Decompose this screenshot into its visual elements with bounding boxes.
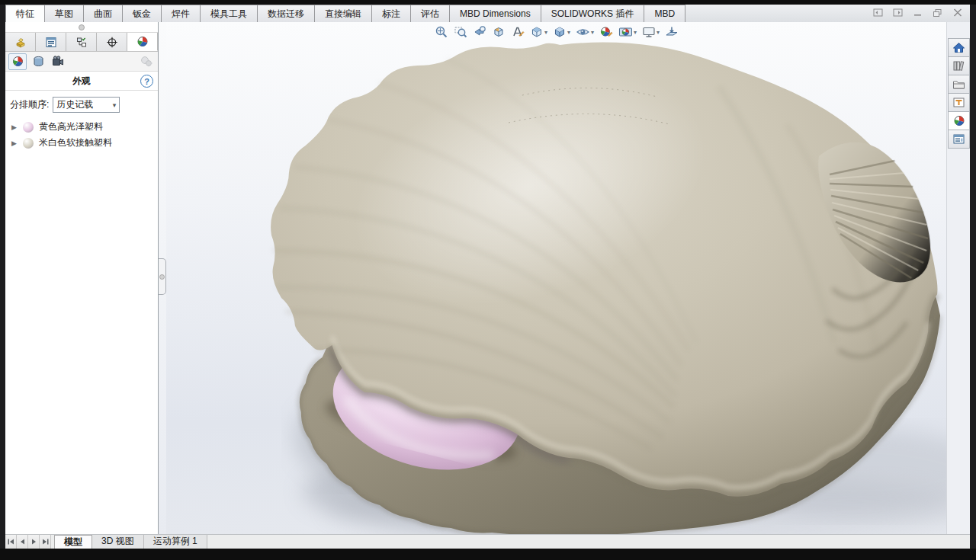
view-settings-button[interactable]: ▾ [640, 24, 661, 40]
prev-tab-button[interactable] [17, 535, 28, 549]
panel-horizontal-splitter[interactable] [5, 22, 158, 33]
command-manager-tabbar: 特征 草图 曲面 钣金 焊件 模具工具 数据迁移 直接编辑 标注 评估 MBD … [5, 5, 970, 23]
ribbon-tab-solidworks-addins[interactable]: SOLIDWORKS 插件 [541, 5, 645, 22]
appearances-scenes-icon [953, 115, 965, 126]
ribbon-tab-weldments[interactable]: 焊件 [161, 5, 201, 22]
previous-view-icon [473, 25, 486, 39]
splitter-grip-icon [79, 24, 85, 30]
dropdown-caret-icon[interactable]: ▾ [591, 29, 594, 36]
view-decals-icon [33, 56, 44, 67]
appearance-item-yellow-gloss[interactable]: ▶ 黄色高光泽塑料 [5, 119, 158, 135]
annotation-views-button[interactable] [509, 24, 526, 40]
annotation-views-icon [511, 25, 525, 39]
sort-order-label: 分排顺序: [10, 98, 49, 111]
property-manager-icon [45, 37, 57, 48]
first-tab-icon [8, 539, 14, 545]
view-orientation-button[interactable]: ▾ [528, 24, 549, 40]
next-tab-button[interactable] [28, 535, 40, 549]
apply-scene-icon [618, 25, 633, 39]
hide-show-items-icon [576, 25, 590, 39]
close-icon[interactable] [951, 7, 964, 18]
shell-model-scene[interactable] [166, 22, 947, 535]
ribbon-tab-annotation[interactable]: 标注 [371, 5, 411, 22]
ribbon-tab-mbd-dimensions[interactable]: MBD Dimensions [449, 5, 541, 22]
display-style-button[interactable]: ▾ [551, 24, 572, 40]
graphics-viewport[interactable]: ▾ ▾ ▾ [166, 22, 947, 535]
ribbon-tab-mold-tools[interactable]: 模具工具 [200, 5, 258, 22]
view-orientation-icon [530, 25, 544, 39]
ribbon-tab-features[interactable]: 特征 [5, 5, 45, 22]
help-icon[interactable]: ? [140, 75, 153, 88]
dropdown-caret-icon[interactable]: ▾ [634, 29, 637, 36]
zoom-to-fit-icon [435, 25, 448, 39]
view-palette-button[interactable] [948, 93, 970, 112]
last-tab-icon [42, 539, 49, 545]
edit-appearance-button[interactable] [598, 24, 615, 40]
dock-left-icon[interactable] [872, 7, 884, 18]
window-bottom-border [0, 549, 976, 560]
file-explorer-button[interactable] [948, 75, 970, 94]
expand-arrow-icon[interactable]: ▶ [11, 139, 18, 147]
ribbon-tab-sheet-metal[interactable]: 钣金 [122, 5, 162, 22]
dropdown-caret-icon[interactable]: ▾ [567, 29, 570, 36]
panel-collapse-handle[interactable] [159, 258, 166, 295]
section-view-icon [492, 25, 506, 39]
tab-feature-manager[interactable] [5, 33, 36, 51]
ribbon-tab-direct-editing[interactable]: 直接编辑 [314, 5, 372, 22]
ribbon-tab-surfaces[interactable]: 曲面 [83, 5, 123, 22]
appearance-label: 米白色软接触塑料 [39, 136, 112, 149]
document-tab-bar: 模型 3D 视图 运动算例 1 [5, 534, 970, 549]
configuration-manager-icon [75, 37, 88, 48]
tab-dimxpert-manager[interactable] [97, 33, 127, 51]
ribbon-tab-evaluate[interactable]: 评估 [410, 5, 450, 22]
next-tab-icon [31, 539, 37, 545]
tab-property-manager[interactable] [36, 33, 66, 51]
panel-splitter[interactable] [159, 22, 166, 535]
first-tab-button[interactable] [5, 535, 17, 549]
tab-3d-views[interactable]: 3D 视图 [92, 535, 144, 549]
task-pane [946, 22, 970, 535]
appearances-scenes-button[interactable] [948, 111, 970, 130]
tab-motion-study[interactable]: 运动算例 1 [144, 535, 207, 549]
appearance-item-soft-touch[interactable]: ▶ 米白色软接触塑料 [5, 135, 158, 151]
3d-drawing-view-button[interactable] [663, 24, 680, 40]
photoview-options-button [138, 54, 155, 69]
view-scene-lights-cameras-button[interactable] [50, 54, 66, 69]
view-appearances-button[interactable] [8, 53, 27, 70]
tab-model[interactable]: 模型 [54, 535, 92, 549]
feature-manager-icon [14, 37, 27, 48]
restore-icon[interactable] [931, 7, 944, 18]
design-library-button[interactable] [948, 56, 970, 75]
custom-properties-button[interactable] [948, 130, 970, 149]
apply-scene-button[interactable]: ▾ [617, 24, 638, 40]
view-decals-button[interactable] [30, 54, 47, 69]
ribbon-tab-mbd[interactable]: MBD [644, 5, 685, 22]
window-controls [872, 7, 964, 18]
prev-tab-icon [20, 539, 25, 545]
previous-view-button[interactable] [471, 24, 488, 40]
dropdown-caret-icon[interactable]: ▾ [657, 29, 660, 36]
solidworks-resources-button[interactable] [948, 38, 970, 57]
home-icon [952, 42, 965, 53]
minimize-icon[interactable] [911, 7, 924, 18]
ribbon-tab-data-migration[interactable]: 数据迁移 [257, 5, 315, 22]
design-library-icon [952, 60, 965, 72]
last-tab-button[interactable] [40, 535, 51, 549]
section-view-button[interactable] [490, 24, 507, 40]
folder-icon [952, 78, 965, 90]
panel-title: 外观 [72, 75, 91, 88]
ribbon-tab-sketch[interactable]: 草图 [44, 5, 84, 22]
dock-right-icon[interactable] [891, 7, 904, 18]
zoom-to-area-button[interactable] [452, 24, 469, 40]
hide-show-items-button[interactable]: ▾ [574, 24, 596, 40]
expand-arrow-icon[interactable]: ▶ [11, 123, 18, 131]
view-appearances-icon [12, 56, 24, 67]
zoom-to-fit-button[interactable] [433, 24, 450, 40]
sort-order-value: 历史记载 [56, 98, 93, 111]
tab-configuration-manager[interactable] [66, 33, 97, 51]
tab-display-manager[interactable] [127, 33, 158, 51]
view-scene-lights-cameras-icon [52, 56, 64, 67]
sort-order-select[interactable]: 历史记载 ▾ [53, 97, 120, 113]
appearance-swatch [23, 122, 34, 133]
dropdown-caret-icon[interactable]: ▾ [544, 29, 547, 36]
